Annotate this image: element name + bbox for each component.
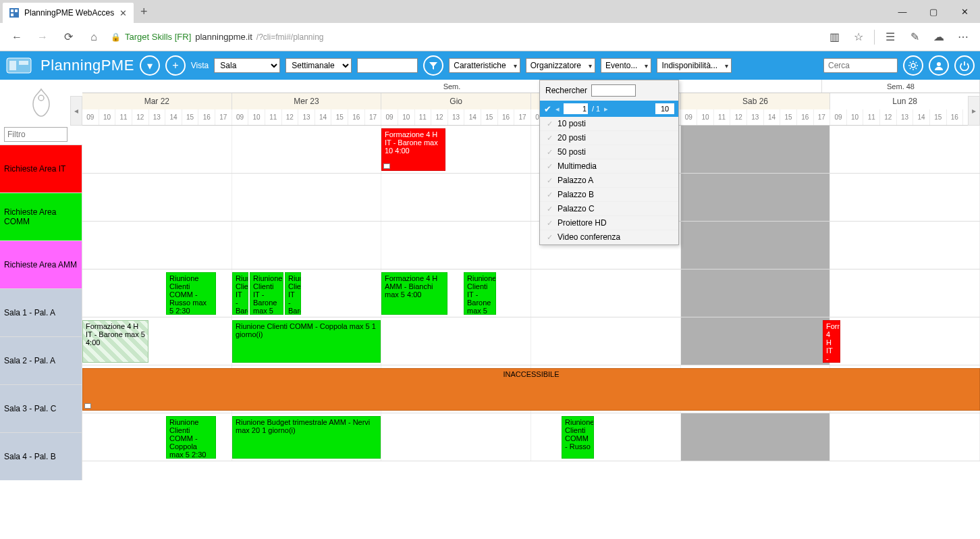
hour-label: 16 (498, 109, 515, 125)
resource-row[interactable]: Richieste Area IT (0, 145, 82, 192)
power-button[interactable] (954, 55, 975, 76)
dropdown-item[interactable]: ✓Video conferenza (540, 230, 678, 245)
hour-label: 13 (897, 109, 914, 125)
tab-favicon (9, 8, 19, 18)
event-block[interactable]: Riunione Budget trimestrale AMM - Nervi … (232, 416, 381, 459)
dropdown-item[interactable]: ✓Multimedia (540, 159, 678, 174)
settings-button[interactable] (903, 55, 923, 76)
evento-dropdown[interactable]: Evento... (601, 58, 651, 73)
search-input[interactable] (823, 58, 898, 73)
event-block[interactable]: Riunione Clienti COMM - Russo (562, 416, 594, 459)
organizzatore-dropdown[interactable]: Organizzatore (526, 58, 595, 73)
resource-filter-input[interactable] (4, 127, 67, 142)
day-label[interactable]: Gio (381, 93, 531, 109)
vista-select[interactable]: Sala (214, 58, 280, 73)
home-button[interactable]: ⌂ (82, 26, 105, 49)
event-block[interactable]: Formazione 4 H AMM - Bianchi max 5 4:00 (381, 272, 447, 315)
more-icon[interactable]: ⋯ (952, 26, 975, 49)
event-block[interactable]: Formazione 4 H IT - Barone max 5 4:00 (82, 320, 148, 363)
event-block[interactable]: INACCESSIBILE (82, 368, 980, 411)
pager-current[interactable] (564, 103, 588, 114)
calendar-row: INACCESSIBILE (82, 365, 980, 413)
hour-label: 13 (448, 109, 465, 125)
url-path: /?cli=fmi#/planning (256, 32, 324, 42)
dropdown-item[interactable]: ✓Palazzo C (540, 202, 678, 216)
close-icon[interactable]: ✕ (119, 8, 127, 18)
hour-label: 10 (248, 109, 265, 125)
week-label: Sem. (82, 80, 822, 93)
dropdown-item[interactable]: ✓Palazzo B (540, 188, 678, 202)
hour-label: 10 (398, 109, 415, 125)
add-button[interactable]: + (165, 55, 186, 76)
event-block[interactable]: Riunione Clienti IT - Barone max 5 (464, 272, 496, 315)
dropdown-item[interactable]: ✓10 posti (540, 117, 678, 131)
day-header: Mar 22 Mer 23 Gio n 25 Sab 26 Lun 28 (82, 93, 980, 109)
resource-row[interactable]: Sala 2 - Pal. A (0, 336, 82, 384)
browser-tab[interactable]: PlanningPME WebAcces ✕ (3, 3, 134, 23)
caratteristiche-dropdown[interactable]: Caratteristiche (449, 58, 520, 73)
week-label: Sem. 48 (822, 80, 980, 93)
pager-next[interactable]: ▸ (604, 105, 608, 113)
new-tab-button[interactable]: + (134, 5, 154, 19)
check-all-icon[interactable]: ✔ (544, 104, 551, 114)
hour-label: 14 (913, 109, 930, 125)
collapse-button[interactable]: ▾ (140, 55, 160, 76)
notes-icon[interactable]: ✎ (903, 26, 926, 49)
event-block[interactable]: Riunione Clienti COMM - Russo max 5 2:30 (166, 272, 216, 315)
pager-prev[interactable]: ◂ (555, 105, 560, 113)
hour-label: 15 (331, 109, 348, 125)
resource-row[interactable]: Sala 4 - Pal. B (0, 432, 82, 480)
date-input[interactable] (357, 58, 418, 73)
indisponibilita-dropdown[interactable]: Indisponibilità... (657, 58, 732, 73)
dropdown-search-input[interactable] (591, 84, 636, 97)
reading-view-icon[interactable]: ☰ (879, 26, 902, 49)
period-select[interactable]: Settimanale (285, 58, 352, 73)
event-block[interactable]: Form 4 H IT - Baro (823, 320, 840, 363)
checkbox-icon: ✓ (545, 134, 553, 142)
favorite-icon[interactable]: ☆ (847, 26, 870, 49)
caratteristiche-panel: Rechercher ✔ ◂ / 1 ▸ 10 ✓10 posti✓20 pos… (539, 80, 679, 245)
back-button[interactable]: ← (5, 26, 28, 49)
checkbox-icon: ✓ (545, 233, 553, 241)
checkbox-icon: ✓ (545, 148, 553, 156)
scroll-right-button[interactable]: ▸ (968, 96, 980, 126)
pager-separator: / 1 (592, 105, 600, 113)
resource-row[interactable]: Richieste Area COMM (0, 192, 82, 240)
dropdown-item[interactable]: ✓Proiettore HD (540, 216, 678, 230)
event-block[interactable]: Riun Clier IT - Baro (285, 272, 301, 315)
resource-row[interactable]: Richieste Area AMM (0, 240, 82, 288)
calendar-row: Riunione Clienti COMM - Coppola max 5 2:… (82, 413, 980, 461)
resource-row[interactable]: Sala 1 - Pal. A (0, 288, 82, 336)
hour-label: 11 (714, 109, 731, 125)
dropdown-item[interactable]: ✓50 posti (540, 145, 678, 159)
close-window-button[interactable]: ✕ (949, 0, 980, 23)
event-block[interactable]: Formazione 4 H IT - Barone max 10 4:00 (381, 128, 445, 171)
day-label[interactable]: Sab 26 (681, 93, 831, 109)
minimize-button[interactable]: — (887, 0, 918, 23)
dropdown-item[interactable]: ✓20 posti (540, 131, 678, 145)
reading-list-icon[interactable]: ▥ (823, 26, 846, 49)
hour-label: 11 (415, 109, 432, 125)
hour-label: 14 (464, 109, 481, 125)
share-icon[interactable]: ☁ (927, 26, 950, 49)
refresh-button[interactable]: ⟳ (57, 26, 80, 49)
day-label[interactable]: Lun 28 (830, 93, 980, 109)
maximize-button[interactable]: ▢ (918, 0, 949, 23)
event-block[interactable]: Riun Clier IT - Baro (232, 272, 248, 315)
event-block[interactable]: Riunione Clienti COMM - Coppola max 5 1 … (232, 320, 381, 363)
resource-row[interactable]: Sala 3 - Pal. C (0, 384, 82, 432)
event-block[interactable]: Riunione Clienti COMM - Coppola max 5 2:… (166, 416, 216, 459)
hour-label: 16 (348, 109, 365, 125)
hour-label: 09 (232, 109, 249, 125)
day-label[interactable]: Mer 23 (232, 93, 382, 109)
scroll-left-button[interactable]: ◂ (70, 96, 82, 126)
dropdown-item[interactable]: ✓Palazzo A (540, 174, 678, 188)
hour-label: 15 (182, 109, 199, 125)
checkbox-icon: ✓ (545, 190, 553, 199)
filter-toggle-button[interactable] (423, 55, 443, 76)
forward-button[interactable]: → (31, 26, 54, 49)
address-bar[interactable]: 🔒 Target Skills [FR] planningpme.it/?cli… (108, 32, 820, 42)
user-button[interactable] (929, 55, 949, 76)
event-block[interactable]: Riunione Clienti IT - Barone max 5 (250, 272, 283, 315)
day-label[interactable]: Mar 22 (82, 93, 232, 109)
